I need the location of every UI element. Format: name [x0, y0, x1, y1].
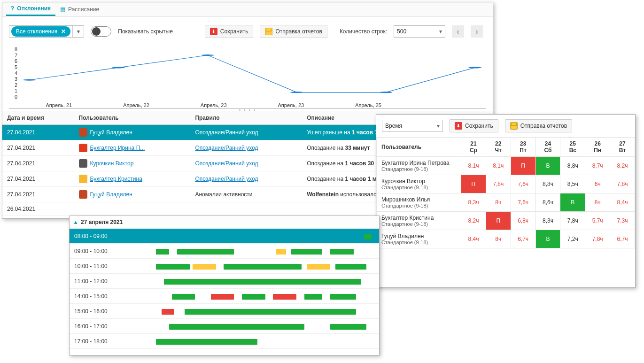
cell-day[interactable]: 8,1ч	[486, 157, 511, 175]
cell-day[interactable]: 7,6ч	[511, 175, 535, 193]
timeline-segment	[164, 279, 361, 285]
cell-day[interactable]: 8ч	[486, 193, 511, 212]
user-link[interactable]: Гуцуй Владилен	[90, 129, 132, 136]
timeline-label: 17:00 - 18:00	[74, 338, 112, 345]
table-row[interactable]: Бухгалтер КристинаСтандартное (9-18)8,2ч…	[377, 212, 635, 230]
user-link[interactable]: Бухгалтер Ирина П...	[90, 145, 145, 151]
cell-day[interactable]: 8,2ч	[461, 212, 486, 230]
page-prev-button[interactable]: ‹	[452, 25, 464, 38]
tab-deviations[interactable]: ? Отклонения	[6, 2, 55, 16]
timeline-row[interactable]: 10:00 - 11:00	[70, 259, 379, 274]
col-day[interactable]: 23Пт	[511, 138, 535, 157]
cell-day[interactable]: П	[511, 157, 535, 175]
timeline-row[interactable]: 16:00 - 17:00	[70, 319, 379, 334]
table-row[interactable]: Мирошников ИльяСтандартное (9-18)8,3ч8ч7…	[377, 193, 635, 212]
cell-day[interactable]: 8ч	[585, 193, 610, 212]
schedule-mode-value: Время	[385, 123, 402, 129]
col-date[interactable]: Дата и время	[2, 111, 74, 125]
cell-day[interactable]: 8,4ч	[461, 230, 486, 248]
schedule-save-button[interactable]: ⬇ Сохранить	[450, 119, 498, 132]
col-day[interactable]: 24Сб	[535, 138, 560, 157]
cell-day[interactable]: 6,7ч	[511, 230, 535, 248]
chevron-down-icon: ▾	[437, 123, 440, 129]
chevron-down-icon[interactable]: ▾	[72, 26, 84, 37]
schedule-mode-select[interactable]: Время ▾	[382, 120, 443, 132]
table-row[interactable]: Курочкин ВикторСтандартное (9-18)П7,8ч7,…	[377, 175, 635, 193]
cell-day[interactable]: 6ч	[585, 175, 610, 193]
timeline-segment	[307, 264, 330, 270]
cell-day[interactable]: 8,1ч	[461, 157, 486, 175]
cell-day[interactable]: 7,8ч	[486, 175, 511, 193]
cell-day[interactable]: 8,6ч	[535, 193, 560, 212]
filter-select[interactable]: Все отклонения ✕ ▾	[9, 25, 84, 38]
cell-day[interactable]: В	[535, 230, 560, 248]
cell-day[interactable]: 6,7ч	[610, 230, 635, 248]
timeline-row[interactable]: 11:00 - 12:00	[70, 274, 379, 289]
filter-chip[interactable]: Все отклонения ✕	[11, 26, 70, 37]
timeline-track	[115, 307, 374, 316]
table-row[interactable]: Бухгалтер Ирина ПетроваСтандартное (9-18…	[377, 157, 635, 175]
svg-point-0	[23, 79, 36, 81]
cell-day[interactable]: П	[461, 175, 486, 193]
chart-x-axis: Апрель, 21Апрель, 22Апрель, 23Апрель, 23…	[20, 102, 484, 108]
schedule-send-button[interactable]: Отправка отчетов	[505, 119, 572, 132]
cell-day[interactable]: В	[560, 193, 585, 212]
cell-day[interactable]: 8,2ч	[610, 157, 635, 175]
col-day[interactable]: 22Чт	[486, 138, 511, 157]
cell-day[interactable]: В	[535, 157, 560, 175]
rule-link[interactable]: Опоздание/Ранний уход	[195, 176, 258, 182]
timeline-segment	[291, 249, 322, 255]
cell-day[interactable]: 8,3ч	[535, 212, 560, 230]
col-user[interactable]: Пользователь	[377, 138, 461, 157]
user-link[interactable]: Гуцуй Владилен	[90, 191, 132, 198]
rows-select[interactable]: 500 ▾	[394, 25, 445, 38]
cell-day[interactable]: 8,4ч	[610, 193, 635, 212]
timeline-segment	[193, 264, 216, 270]
show-hidden-toggle[interactable]	[91, 26, 111, 37]
cell-day[interactable]: 7,2ч	[560, 230, 585, 248]
user-link[interactable]: Бухгалтер Кристина	[90, 176, 142, 182]
rule-link[interactable]: Опоздание/Ранний уход	[195, 145, 258, 151]
close-icon[interactable]: ✕	[61, 28, 66, 35]
tab-schedule[interactable]: ▦ Расписание	[55, 2, 104, 16]
timeline-date-header[interactable]: ▴ 27 апреля 2021	[70, 216, 379, 229]
timeline-segment	[304, 294, 323, 300]
help-icon: ?	[11, 5, 14, 12]
cell-day[interactable]: 8,8ч	[535, 175, 560, 193]
rule-link[interactable]: Опоздание/Ранний уход	[195, 160, 258, 167]
cell-day[interactable]: 8,5ч	[560, 175, 585, 193]
svg-point-5	[468, 67, 481, 68]
col-rule[interactable]: Правило	[190, 111, 302, 125]
col-day[interactable]: 26Пн	[585, 138, 610, 157]
send-reports-button[interactable]: Отправка отчетов	[260, 25, 327, 38]
cell-day[interactable]: 8,8ч	[560, 157, 585, 175]
col-user[interactable]: Пользователь	[74, 111, 191, 125]
save-button[interactable]: ⬇ Сохранить	[205, 25, 254, 38]
col-day[interactable]: 25Вс	[560, 138, 585, 157]
cell-day[interactable]: 7,8ч	[585, 230, 610, 248]
avatar-icon	[79, 190, 87, 199]
table-row[interactable]: Гуцуй ВладиленСтандартное (9-18)8,4ч8ч6,…	[377, 230, 635, 248]
col-day[interactable]: 27Вт	[610, 138, 635, 157]
cell-day[interactable]: 8ч	[486, 230, 511, 248]
timeline-row[interactable]: 08:00 - 09:00	[70, 229, 379, 244]
user-link[interactable]: Курочкин Виктор	[90, 160, 134, 167]
cell-day[interactable]: 8,7ч	[585, 157, 610, 175]
cell-day[interactable]: 7,8ч	[610, 175, 635, 193]
cell-day[interactable]: 7,6ч	[511, 193, 535, 212]
timeline-row[interactable]: 09:00 - 10:00	[70, 244, 379, 259]
cell-day[interactable]: 6,8ч	[511, 212, 535, 230]
timeline-row[interactable]: 15:00 - 16:00	[70, 304, 379, 319]
timeline-row[interactable]: 17:00 - 18:00	[70, 334, 379, 349]
timeline-row[interactable]: 14:00 - 15:00	[70, 289, 379, 304]
cell-day[interactable]: 7,8ч	[560, 212, 585, 230]
col-day[interactable]: 21Ср	[461, 138, 486, 157]
cell-day[interactable]: 8,3ч	[461, 193, 486, 212]
cell-date: 27.04.2021	[2, 125, 74, 140]
cell-day[interactable]: 7,3ч	[610, 212, 635, 230]
avatar-icon	[79, 159, 87, 168]
timeline-label: 14:00 - 15:00	[74, 293, 112, 300]
cell-day[interactable]: 5,7ч	[585, 212, 610, 230]
page-next-button[interactable]: ›	[471, 25, 483, 38]
cell-day[interactable]: П	[486, 212, 511, 230]
